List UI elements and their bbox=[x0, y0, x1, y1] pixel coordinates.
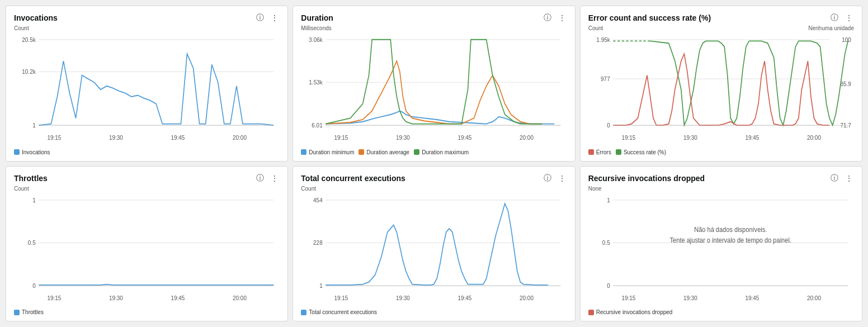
menu-icon-invocations[interactable]: ⋮ bbox=[270, 13, 280, 23]
svg-text:1: 1 bbox=[32, 121, 36, 129]
svg-text:0: 0 bbox=[607, 282, 610, 289]
svg-text:0.5: 0.5 bbox=[602, 239, 610, 246]
widget-header-error-count: Error count and success rate (%) ⓘ ⋮ bbox=[588, 13, 854, 23]
widget-icons-recursive: ⓘ ⋮ bbox=[829, 173, 854, 183]
widget-header-invocations: Invocations ⓘ ⋮ bbox=[14, 13, 280, 23]
svg-text:3.06k: 3.06k bbox=[309, 36, 323, 43]
info-icon-recursive[interactable]: ⓘ bbox=[829, 173, 839, 183]
svg-text:0.5: 0.5 bbox=[28, 239, 36, 246]
widget-icons-throttles: ⓘ ⋮ bbox=[255, 173, 280, 183]
legend-item-success-rate: Success rate (%) bbox=[616, 149, 666, 155]
legend-label-errors: Errors bbox=[596, 149, 611, 155]
legend-item-errors: Errors bbox=[588, 149, 611, 155]
legend-item-duration-avg: Duration average bbox=[358, 149, 409, 155]
widget-header-recursive: Recursive invocations dropped ⓘ ⋮ bbox=[588, 173, 854, 183]
legend-item-throttles: Throttles bbox=[14, 309, 44, 315]
legend-concurrent: Total concurrent executions bbox=[301, 309, 567, 315]
legend-color-concurrent bbox=[301, 310, 306, 315]
info-icon-error-count[interactable]: ⓘ bbox=[829, 13, 839, 23]
legend-error-count: Errors Success rate (%) bbox=[588, 149, 854, 155]
svg-text:20.5k: 20.5k bbox=[22, 36, 36, 43]
svg-text:19:45: 19:45 bbox=[745, 134, 759, 141]
info-icon-concurrent[interactable]: ⓘ bbox=[542, 173, 553, 183]
y-axis-label-recursive: None bbox=[588, 186, 854, 192]
menu-icon-duration[interactable]: ⋮ bbox=[557, 13, 567, 23]
chart-area-error-count: 1.95k 977 0 100 85.9 71.7 19:15 19:30 19… bbox=[588, 32, 854, 147]
svg-text:1.95k: 1.95k bbox=[596, 36, 610, 43]
svg-text:19:15: 19:15 bbox=[621, 134, 635, 141]
svg-text:19:30: 19:30 bbox=[396, 134, 410, 141]
menu-icon-recursive[interactable]: ⋮ bbox=[844, 173, 854, 183]
svg-text:19:30: 19:30 bbox=[396, 294, 410, 301]
svg-text:19:15: 19:15 bbox=[334, 134, 348, 141]
svg-text:10.2k: 10.2k bbox=[22, 68, 36, 75]
legend-color-recursive bbox=[588, 310, 594, 315]
svg-text:20:00: 20:00 bbox=[233, 134, 247, 141]
info-icon-duration[interactable]: ⓘ bbox=[542, 13, 553, 23]
svg-text:1: 1 bbox=[32, 196, 36, 203]
dashboard-grid: Invocations ⓘ ⋮ Count 20.5k 10.2k 1 19:1… bbox=[6, 6, 862, 321]
widget-header-throttles: Throttles ⓘ ⋮ bbox=[14, 173, 280, 183]
legend-color-invocations bbox=[14, 149, 20, 155]
svg-text:1: 1 bbox=[319, 282, 323, 289]
legend-duration: Duration minimum Duration average Durati… bbox=[301, 149, 567, 155]
widget-invocations: Invocations ⓘ ⋮ Count 20.5k 10.2k 1 19:1… bbox=[6, 6, 288, 162]
svg-text:0: 0 bbox=[32, 282, 36, 289]
widget-throttles: Throttles ⓘ ⋮ Count 1 0.5 0 19:15 19:30 … bbox=[6, 166, 288, 322]
chart-area-concurrent: 454 228 1 19:15 19:30 19:45 20:00 bbox=[301, 193, 567, 307]
y-axis-label-invocations: Count bbox=[14, 25, 280, 31]
y-axis-label-concurrent: Count bbox=[301, 186, 567, 192]
svg-text:977: 977 bbox=[601, 75, 610, 82]
widget-title-recursive: Recursive invocations dropped bbox=[588, 174, 705, 183]
widget-title-error-count: Error count and success rate (%) bbox=[588, 13, 711, 22]
svg-text:228: 228 bbox=[313, 239, 323, 246]
info-icon-invocations[interactable]: ⓘ bbox=[255, 13, 265, 23]
legend-label-invocations: Invocations bbox=[22, 149, 50, 155]
widget-concurrent: Total concurrent executions ⓘ ⋮ Count 45… bbox=[293, 166, 575, 322]
svg-text:19:45: 19:45 bbox=[745, 294, 759, 301]
svg-text:20:00: 20:00 bbox=[520, 134, 534, 141]
legend-color-errors bbox=[588, 149, 594, 155]
legend-throttles: Throttles bbox=[14, 309, 280, 315]
widget-header-concurrent: Total concurrent executions ⓘ ⋮ bbox=[301, 173, 567, 183]
widget-title-concurrent: Total concurrent executions bbox=[301, 174, 405, 183]
svg-text:19:45: 19:45 bbox=[458, 134, 472, 141]
legend-item-duration-max: Duration maximum bbox=[414, 149, 469, 155]
svg-text:0: 0 bbox=[607, 121, 610, 129]
svg-text:85.9: 85.9 bbox=[840, 80, 851, 87]
legend-label-concurrent: Total concurrent executions bbox=[309, 309, 377, 315]
chart-area-throttles: 1 0.5 0 19:15 19:30 19:45 20:00 bbox=[14, 193, 280, 307]
widget-title-throttles: Throttles bbox=[14, 174, 48, 183]
legend-item-invocations: Invocations bbox=[14, 149, 50, 155]
legend-item-recursive: Recursive invocations dropped bbox=[588, 309, 673, 315]
widget-title-invocations: Invocations bbox=[14, 13, 58, 22]
widget-icons-concurrent: ⓘ ⋮ bbox=[542, 173, 567, 183]
chart-area-duration: 3.06k 1.53k 6.01 19:15 19:30 19:45 20:00 bbox=[301, 32, 567, 147]
svg-text:19:15: 19:15 bbox=[621, 294, 635, 301]
svg-text:20:00: 20:00 bbox=[520, 294, 534, 301]
legend-color-duration-max bbox=[414, 149, 419, 155]
y-axis-label-throttles: Count bbox=[14, 186, 280, 192]
legend-item-duration-min: Duration minimum bbox=[301, 149, 354, 155]
svg-text:19:30: 19:30 bbox=[683, 134, 697, 141]
svg-text:19:15: 19:15 bbox=[47, 294, 61, 301]
widget-recursive: Recursive invocations dropped ⓘ ⋮ None 1… bbox=[580, 166, 862, 322]
legend-invocations: Invocations bbox=[14, 149, 280, 155]
widget-title-duration: Duration bbox=[301, 13, 333, 22]
svg-text:454: 454 bbox=[313, 196, 323, 203]
legend-label-duration-min: Duration minimum bbox=[309, 149, 354, 155]
svg-text:20:00: 20:00 bbox=[807, 134, 821, 141]
menu-icon-error-count[interactable]: ⋮ bbox=[844, 13, 854, 23]
svg-text:19:15: 19:15 bbox=[47, 134, 61, 141]
info-icon-throttles[interactable]: ⓘ bbox=[255, 173, 265, 183]
widget-icons-duration: ⓘ ⋮ bbox=[542, 13, 567, 23]
y-axis-label-error-count: Count bbox=[588, 25, 603, 31]
svg-text:19:30: 19:30 bbox=[683, 294, 697, 301]
menu-icon-throttles[interactable]: ⋮ bbox=[270, 173, 280, 183]
svg-text:Não há dados disponíveis.: Não há dados disponíveis. bbox=[694, 225, 767, 234]
legend-label-success-rate: Success rate (%) bbox=[624, 149, 666, 155]
legend-label-duration-avg: Duration average bbox=[366, 149, 409, 155]
svg-text:19:15: 19:15 bbox=[334, 294, 348, 301]
svg-text:19:45: 19:45 bbox=[458, 294, 472, 301]
menu-icon-concurrent[interactable]: ⋮ bbox=[557, 173, 567, 183]
